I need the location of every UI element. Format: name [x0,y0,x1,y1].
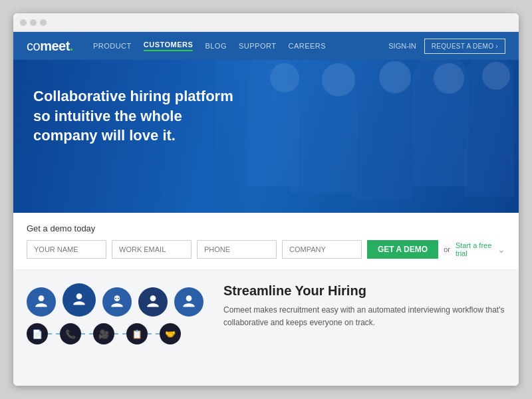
workflow-clipboard-icon: 📋 [126,323,148,344]
free-trial-link[interactable]: Start a free trial [456,241,492,257]
demo-form: GET A DEMO or Start a free trial ⌄ [27,240,505,259]
hero-title: Collaborative hiring platform so intuiti… [33,86,246,146]
company-input[interactable] [282,240,362,259]
demo-section: Get a demo today GET A DEMO or Start a f… [13,213,519,270]
phone-input[interactable] [197,240,277,259]
name-input[interactable] [27,240,106,259]
person-svg-3 [108,293,126,311]
person-icon-5 [174,287,203,317]
workflow-doc-icon: 📄 [27,323,48,344]
features-text: Streamline Your Hiring Comeet makes recr… [223,283,505,329]
browser-content: comeet. PRODUCT CUSTOMERS BLOG SUPPORT C… [13,32,519,386]
nav-product[interactable]: PRODUCT [93,42,132,50]
dropdown-arrow-icon[interactable]: ⌄ [497,244,505,255]
logo-meet: meet [40,39,70,53]
email-input[interactable] [112,240,192,259]
features-title: Streamline Your Hiring [223,283,505,299]
navbar: comeet. PRODUCT CUSTOMERS BLOG SUPPORT C… [13,32,519,60]
nav-links: PRODUCT CUSTOMERS BLOG SUPPORT CAREERS [93,41,388,51]
person-icon-4 [138,287,168,317]
dot-green [40,19,47,26]
people-icons [27,283,203,317]
dot-red [20,19,27,26]
nav-support[interactable]: SUPPORT [239,42,276,50]
svg-point-0 [39,295,45,301]
workflow-phone-icon: 📞 [60,323,81,344]
person-svg-4 [144,293,162,311]
features-section: 📄 📞 🎥 📋 🤝 Streamline Your Hiring Comeet … [13,270,519,386]
nav-actions: SIGN-IN REQUEST A DEMO › [388,39,505,54]
dot-yellow [30,19,37,26]
features-description: Comeet makes recruitment easy with an au… [223,304,505,329]
logo-dot: . [70,39,73,53]
request-demo-button[interactable]: REQUEST A DEMO › [424,39,505,54]
nav-blog[interactable]: BLOG [205,42,227,50]
workflow-line-4 [148,333,160,334]
logo[interactable]: comeet. [27,39,73,54]
hero-section: Collaborative hiring platform so intuiti… [13,60,519,213]
hero-content: Collaborative hiring platform so intuiti… [13,60,266,172]
signin-link[interactable]: SIGN-IN [388,42,416,50]
workflow-icons: 📄 📞 🎥 📋 🤝 [27,323,181,344]
get-demo-button[interactable]: GET A DEMO [367,240,438,259]
nav-careers[interactable]: CAREERS [288,42,326,50]
logo-co: co [27,39,40,53]
svg-point-3 [150,295,156,301]
workflow-video-icon: 🎥 [93,323,114,344]
person-icon-1 [27,287,56,317]
person-icon-3 [102,287,132,317]
workflow-line-2 [81,333,93,334]
browser-window: comeet. PRODUCT CUSTOMERS BLOG SUPPORT C… [13,13,519,386]
workflow-line-1 [48,333,60,334]
or-text: or [444,245,450,253]
workflow-handshake-icon: 🤝 [160,323,181,344]
person-svg-2 [70,291,88,309]
svg-point-1 [76,293,82,299]
person-icon-2 [63,283,96,317]
demo-label: Get a demo today [27,223,505,233]
svg-point-4 [186,295,192,301]
browser-titlebar [13,13,519,32]
workflow-line-3 [114,333,126,334]
nav-customers[interactable]: CUSTOMERS [144,41,194,51]
person-svg-5 [180,293,198,311]
person-svg-1 [33,293,50,311]
icons-workflow: 📄 📞 🎥 📋 🤝 [27,283,203,344]
